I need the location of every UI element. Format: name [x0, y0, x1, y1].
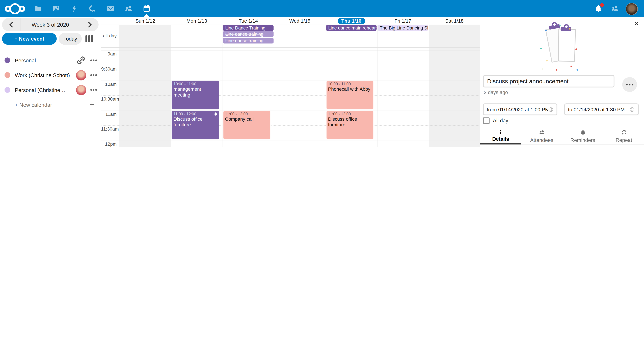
- logo-circle: [10, 3, 20, 14]
- day-column-border: [274, 25, 274, 147]
- contacts-app-icon[interactable]: [124, 4, 133, 13]
- day-column-border: [326, 25, 326, 147]
- tab-label: Attendees: [530, 137, 553, 143]
- photos-app-icon[interactable]: [52, 4, 60, 13]
- time-gridline: [101, 65, 480, 65]
- nextcloud-logo-icon[interactable]: [5, 3, 25, 14]
- editor-tabs: iDetailsAttendeesRemindersRepeat: [480, 128, 644, 145]
- plus-icon: +: [90, 101, 94, 109]
- all-day-event[interactable]: Line dance training: [223, 31, 274, 37]
- day-label: Tue 1/14: [239, 18, 258, 24]
- all-day-event[interactable]: Line Dance Training: [223, 25, 274, 31]
- calendar-list-item[interactable]: Personal: [0, 53, 100, 68]
- tab-details[interactable]: iDetails: [480, 128, 521, 144]
- calendar-list-item[interactable]: Personal (Christine Schott): [0, 82, 100, 97]
- day-header[interactable]: Thu 1/16: [326, 17, 377, 25]
- contacts-menu-icon[interactable]: [611, 4, 619, 13]
- new-calendar-label: + New calendar: [15, 102, 52, 108]
- timezone-globe-icon[interactable]: [629, 107, 635, 112]
- share-link-icon[interactable]: [76, 55, 86, 66]
- talk-app-icon[interactable]: [88, 4, 96, 13]
- day-label: Fri 1/17: [394, 18, 411, 24]
- mail-app-icon[interactable]: [106, 4, 114, 13]
- confetti-dot: [570, 66, 572, 67]
- time-axis-label: 10am: [101, 81, 116, 86]
- day-header[interactable]: Mon 1/13: [171, 17, 222, 25]
- time-gridline: [101, 80, 480, 80]
- event-title-input[interactable]: [483, 75, 614, 87]
- day-column-border: [377, 25, 378, 147]
- event[interactable]: 11:00 - 12:00Company call: [223, 110, 271, 139]
- next-week-button[interactable]: [80, 18, 98, 31]
- tab-label: Repeat: [616, 137, 632, 143]
- calendar-list-item[interactable]: Work (Christine Schott): [0, 68, 100, 82]
- owner-avatar[interactable]: [76, 70, 86, 80]
- confetti-dot: [569, 28, 570, 30]
- calendar-name: Work (Christine Schott): [15, 72, 70, 78]
- confetti-dot: +: [542, 67, 544, 71]
- day-column-border: [120, 25, 120, 147]
- week-grid: Sun 1/12Mon 1/13Tue 1/14Wed 1/15Thu 1/16…: [100, 17, 480, 147]
- event[interactable]: 10:00 - 11:00management meeting: [172, 80, 219, 109]
- time-gridline: [101, 95, 480, 95]
- tab-label: Reminders: [570, 137, 595, 143]
- confetti-dot: [556, 69, 557, 70]
- tab-repeat[interactable]: Repeat: [604, 128, 644, 144]
- bell-icon: [594, 7, 602, 14]
- allday-border: [101, 47, 480, 48]
- time-axis-label: 11am: [101, 111, 116, 116]
- new-calendar-button[interactable]: + New calendar +: [0, 98, 100, 111]
- today-button[interactable]: Today: [59, 33, 82, 45]
- avatar: [76, 85, 86, 95]
- last-modified-label: 2 days ago: [484, 89, 508, 95]
- start-date-input[interactable]: from 01/14/2020 at 1:00 PM: [483, 103, 557, 115]
- day-header[interactable]: Sun 1/12: [120, 17, 171, 25]
- activity-app-icon[interactable]: [70, 4, 78, 13]
- all-day-label: all-day: [101, 33, 116, 38]
- tab-attendees[interactable]: Attendees: [521, 128, 562, 144]
- calendar-color-dot: [4, 57, 10, 63]
- week-label[interactable]: Week 3 of 2020: [21, 22, 80, 28]
- tab-reminders[interactable]: Reminders: [562, 128, 604, 144]
- close-icon[interactable]: ✕: [634, 20, 639, 27]
- all-day-toggle[interactable]: All day: [483, 117, 508, 124]
- all-day-event[interactable]: The Big Line Dancing Show: [378, 25, 428, 31]
- event[interactable]: 10:00 - 11:00Phonecall with Abby: [326, 80, 374, 109]
- day-label: Sat 1/18: [445, 18, 464, 24]
- day-label: Mon 1/13: [186, 18, 207, 24]
- calendar-actions-icon[interactable]: [89, 85, 98, 95]
- event[interactable]: 11:00 - 12:00Discuss office furniture: [172, 110, 219, 139]
- all-day-event[interactable]: Line dance main rehearsal: [326, 25, 376, 31]
- notifications-bell-icon[interactable]: [594, 4, 602, 13]
- calendar-app-icon[interactable]: [142, 4, 151, 13]
- calendar-color-dot: [4, 87, 10, 93]
- event[interactable]: 11:00 - 12:00Discuss office furniture: [326, 110, 374, 139]
- files-app-icon[interactable]: [34, 4, 42, 13]
- owner-avatar[interactable]: [76, 84, 86, 95]
- confetti-dot: +: [559, 24, 561, 27]
- calendar-actions-icon[interactable]: [89, 70, 98, 80]
- top-navigation-bar: [0, 0, 644, 17]
- day-header[interactable]: Tue 1/14: [222, 17, 274, 25]
- day-column-border: [429, 25, 429, 147]
- repeat-icon: [621, 129, 627, 137]
- user-avatar[interactable]: [626, 3, 638, 15]
- all-day-event[interactable]: Line dance training: [223, 37, 274, 43]
- weekend-shading: [429, 25, 480, 147]
- info-icon: i: [500, 130, 502, 135]
- time-axis-label: 9:30am: [101, 66, 116, 71]
- new-event-button[interactable]: + New event: [2, 33, 57, 45]
- calendar-actions-icon[interactable]: [89, 55, 98, 65]
- day-header[interactable]: Fri 1/17: [377, 17, 429, 25]
- all-day-checkbox[interactable]: [483, 117, 490, 124]
- end-date-input[interactable]: to 01/14/2020 at 1:30 PM: [564, 103, 639, 115]
- day-header[interactable]: Sat 1/18: [429, 17, 480, 25]
- calendar-color-dot: [4, 72, 10, 78]
- timezone-globe-icon[interactable]: [548, 107, 554, 112]
- end-date-value: to 01/14/2020 at 1:30 PM: [568, 107, 629, 112]
- app-window: Week 3 of 2020 + New event Today Persona…: [0, 0, 644, 147]
- previous-week-button[interactable]: [2, 18, 21, 31]
- more-actions-button[interactable]: [622, 77, 637, 92]
- view-toggle-icon[interactable]: [85, 35, 93, 42]
- day-header[interactable]: Wed 1/15: [274, 17, 326, 25]
